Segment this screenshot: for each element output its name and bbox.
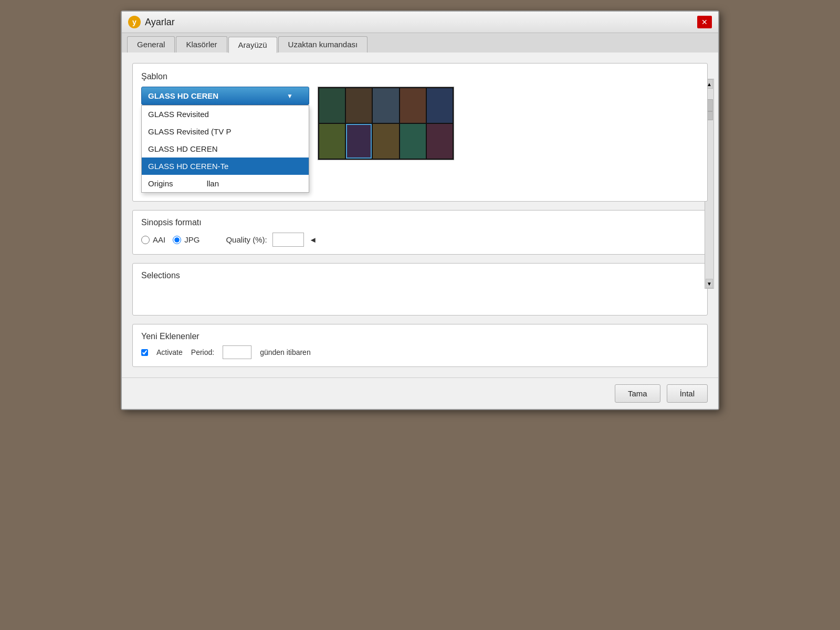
yeni-row: Activate Period: 60 günden itibaren [141,345,699,359]
yeni-activate-label: Activate [156,348,183,356]
sablon-label: Şablon [141,72,699,81]
preview-cell-1 [319,88,345,123]
title-bar: y Ayarlar ✕ [122,12,718,33]
tab-arayuzu[interactable]: Arayüzü [228,37,277,53]
selections-label: Selections [141,271,699,280]
dropdown-menu: GLASS Revisited GLASS Revisited (TV P GL… [141,105,309,193]
preview-cell-3 [373,88,398,123]
yeni-period-input[interactable]: 60 [223,345,251,359]
tab-uzaktan[interactable]: Uzaktan kumandası [278,36,368,52]
scroll-down-button[interactable]: ▼ [706,279,713,288]
tab-general[interactable]: General [127,36,175,52]
theme-preview [318,87,454,160]
billboard-label: llan [207,179,219,188]
sinopsis-section: Sinopsis formatı AAI JPG Quality (%): 90… [132,210,708,255]
dropdown-container: GLASS HD CEREN ▼ GLASS Revisited GLASS R… [141,87,309,105]
settings-window: y Ayarlar ✕ General Klasörler Arayüzü Uz… [121,10,719,410]
tama-button[interactable]: Tama [615,384,660,403]
radio-group: AAI JPG [141,235,200,244]
yeni-activate-checkbox[interactable] [141,349,148,356]
preview-cell-4 [400,88,426,123]
tab-klasorler[interactable]: Klasörler [176,36,227,52]
title-bar-left: y Ayarlar [128,16,175,28]
dropdown-arrow-icon: ▼ [287,92,293,100]
quality-label: Quality (%): [226,235,267,244]
bottom-bar: Tama İntal [122,377,718,409]
yeni-period-label: Period: [191,348,214,356]
sablon-section: Şablon GLASS HD CEREN ▼ GLASS Revisited … [132,63,708,202]
preview-cell-2 [346,88,372,123]
quality-slider-icon: ◄ [309,235,317,244]
app-icon: y [128,16,141,28]
preview-cell-8 [373,124,398,159]
dropdown-item-glass-revisited[interactable]: GLASS Revisited [142,106,309,123]
radio-jpg-input[interactable] [173,236,181,244]
radio-aai-input[interactable] [141,236,150,244]
quality-input[interactable]: 90 [272,233,304,247]
radio-jpg-label: JPG [184,235,200,244]
dropdown-item-origins[interactable]: Origins llan [142,175,309,192]
sablon-dropdown-button[interactable]: GLASS HD CEREN ▼ [141,87,309,105]
dropdown-item-glass-hd-ceren-te[interactable]: GLASS HD CEREN-Te [142,158,309,175]
radio-jpg: JPG [173,235,200,244]
radio-aai: AAI [141,235,165,244]
window-title: Ayarlar [145,17,175,28]
close-button[interactable]: ✕ [697,16,712,28]
preview-cell-9 [400,124,426,159]
dropdown-selected-label: GLASS HD CEREN [148,91,218,100]
intal-button[interactable]: İntal [667,384,708,403]
tab-bar: General Klasörler Arayüzü Uzaktan kumand… [122,33,718,52]
yeni-label: Yeni Eklenenler [141,332,699,341]
dropdown-row: GLASS HD CEREN ▼ GLASS Revisited GLASS R… [141,87,699,160]
sinopsis-label: Sinopsis formatı [141,218,699,227]
dropdown-item-glass-revisited-tv[interactable]: GLASS Revisited (TV P [142,123,309,140]
preview-cell-6 [319,124,345,159]
preview-cell-7 [346,124,372,159]
quality-row: Quality (%): 90 ◄ [226,233,317,247]
yeni-section: Yeni Eklenenler Activate Period: 60 günd… [132,324,708,367]
yeni-period-suffix: günden itibaren [260,348,311,356]
preview-cell-10 [427,124,453,159]
preview-cell-5 [427,88,453,123]
main-content: ▲ ▼ Şablon GLASS HD CEREN ▼ GLASS Revisi… [122,52,718,377]
dropdown-item-glass-hd-ceren[interactable]: GLASS HD CEREN [142,140,309,158]
radio-aai-label: AAI [153,235,165,244]
sinopsis-row: AAI JPG Quality (%): 90 ◄ [141,233,699,247]
selections-section: Selections [132,263,708,316]
